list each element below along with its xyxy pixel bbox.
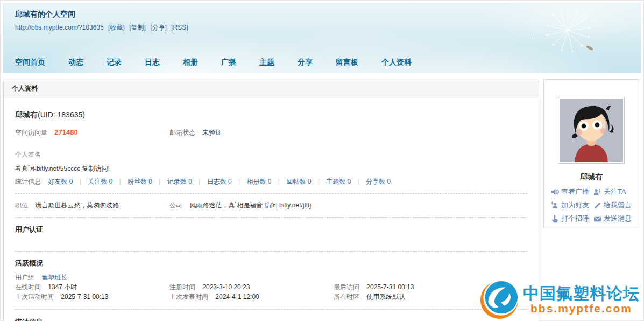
view-broadcast-link[interactable]: 查看广播 xyxy=(551,187,589,197)
visits-row: 空间访问量 271480 邮箱状态 未验证 xyxy=(15,128,527,137)
activity-section-title: 活跃概况 xyxy=(15,259,527,268)
divider xyxy=(15,251,527,252)
usergroup-label: 用户组 xyxy=(15,274,34,281)
say-hi-link[interactable]: 打个招呼 xyxy=(551,214,589,224)
view-broadcast-label: 查看广播 xyxy=(561,187,589,197)
register-time-cell: 注册时间 2023-3-10 20:23 xyxy=(169,282,334,292)
activity-row-2: 上次活动时间 2025-7-31 00:13 上次发表时间 2024-4-1 1… xyxy=(15,292,527,302)
job-label: 职位 xyxy=(15,201,28,209)
copy-link[interactable]: [复制] xyxy=(129,24,146,31)
nav-records[interactable]: 记录 xyxy=(107,58,122,67)
divider: | xyxy=(238,178,240,185)
nav-broadcast[interactable]: 广播 xyxy=(221,58,236,67)
stat-link-threads[interactable]: 主题数 0 xyxy=(326,178,351,185)
panel-body: 邱城有(UID: 183635) 空间访问量 271480 邮箱状态 未验证 个… xyxy=(4,96,539,321)
divider xyxy=(15,309,527,310)
dandelion-illustration xyxy=(522,6,613,71)
job-company-row: 职位 谎言欺世暮云愁，莫匆匆歧路 公司 风雨路迷茫，真`相是福音 访问 bitl… xyxy=(15,201,527,210)
company-value: 风雨路迷茫，真`相是福音 访问 bitly.net/jtttj xyxy=(189,201,311,209)
divider: | xyxy=(199,178,200,185)
add-friend-label: 加为好友 xyxy=(561,200,589,210)
nav-space-home[interactable]: 空间首页 xyxy=(15,58,45,67)
stat-link-shares[interactable]: 分享数 0 xyxy=(366,178,391,185)
visits-value: 271480 xyxy=(54,128,77,136)
stat-link-albums[interactable]: 相册数 0 xyxy=(246,178,271,185)
last-post-label: 上次发表时间 xyxy=(169,293,208,301)
nav-message-board[interactable]: 留言板 xyxy=(336,58,358,67)
divider: | xyxy=(358,178,359,185)
bookmark-link[interactable]: [收藏] xyxy=(108,24,125,31)
auth-empty xyxy=(15,234,527,244)
site-domain: bbs.myptfe.com xyxy=(530,302,632,315)
auth-section-title: 用户认证 xyxy=(15,225,527,234)
nav-shares[interactable]: 分享 xyxy=(298,58,313,67)
avatar-image xyxy=(560,99,623,162)
register-time-label: 注册时间 xyxy=(169,283,195,291)
stat-link-friends[interactable]: 好友数 0 xyxy=(48,178,73,185)
speaker-icon xyxy=(551,188,559,196)
email-status-label: 邮箱状态 xyxy=(169,129,195,136)
online-time-label: 在线时间 xyxy=(15,283,41,291)
last-visit-label: 最后访问 xyxy=(334,283,359,291)
sky-banner: 邱城有的个人空间 http://bbs.myptfe.com/?183635 [… xyxy=(3,3,641,73)
timezone-label: 所在时区 xyxy=(334,293,359,301)
send-message-label: 发送消息 xyxy=(604,214,632,224)
add-friend-icon xyxy=(551,201,559,210)
user-name-row: 邱城有(UID: 183635) xyxy=(15,110,527,120)
signature-text: 看真`相bitly.net/55cccc 复制访问! xyxy=(15,164,527,173)
last-post-cell: 上次发表时间 2024-4-1 12:00 xyxy=(169,292,334,302)
wave-hand-icon xyxy=(551,215,559,223)
space-nav: 空间首页 动态 记录 日志 相册 广播 主题 分享 留言板 个人资料 xyxy=(15,58,412,67)
leave-message-label: 给我留言 xyxy=(604,200,632,210)
inline-stats-row: 统计信息 好友数 0 | 关注数 0 | 粉丝数 0 | 记录数 0 | 日志数… xyxy=(15,177,527,186)
rss-link[interactable]: [RSS] xyxy=(171,24,188,31)
job-value: 谎言欺世暮云愁，莫匆匆歧路 xyxy=(35,201,119,209)
panel-title: 个人资料 xyxy=(4,81,539,96)
avatar[interactable] xyxy=(558,97,625,164)
usergroup-cell: 用户组 氟塑班长 xyxy=(15,273,169,282)
divider xyxy=(15,217,527,218)
activity-rows: 用户组 氟塑班长 在线时间 1347 小时 注册时间 2023-3-10 20:… xyxy=(15,273,527,302)
follow-ta-link[interactable]: 关注TA xyxy=(593,187,632,197)
last-active-cell: 上次活动时间 2025-7-31 00:13 xyxy=(15,292,169,302)
stat-link-records[interactable]: 记录数 0 xyxy=(167,178,192,185)
divider xyxy=(15,193,527,194)
company-cell: 公司 风雨路迷茫，真`相是福音 访问 bitly.net/jtttj xyxy=(169,201,527,210)
space-url: http://bbs.myptfe.com/?183635 xyxy=(15,24,104,31)
site-logo-text: 中国氟塑料论坛 bbs.myptfe.com xyxy=(523,285,640,315)
send-message-link[interactable]: 发送消息 xyxy=(593,214,632,224)
nav-profile[interactable]: 个人资料 xyxy=(381,58,412,67)
usergroup-link[interactable]: 氟塑班长 xyxy=(41,274,67,281)
follow-ta-label: 关注TA xyxy=(604,187,626,197)
totals-section-title: 统计信息 xyxy=(15,317,527,321)
stat-link-blogs[interactable]: 日志数 0 xyxy=(207,178,232,185)
timezone-value: 使用系统默认 xyxy=(366,293,405,301)
nav-threads[interactable]: 主题 xyxy=(259,58,274,67)
job-cell: 职位 谎言欺世暮云愁，莫匆匆歧路 xyxy=(15,201,169,210)
stat-link-following[interactable]: 关注数 0 xyxy=(88,178,112,185)
nav-activity[interactable]: 动态 xyxy=(68,58,83,67)
share-link[interactable]: [分享] xyxy=(150,24,167,31)
last-visit-value: 2025-7-31 00:13 xyxy=(366,283,414,291)
visits-label: 空间访问量 xyxy=(15,129,47,136)
company-label: 公司 xyxy=(169,201,182,209)
nav-album[interactable]: 相册 xyxy=(183,58,198,67)
email-status-value: 未验证 xyxy=(202,129,222,136)
stat-link-replies[interactable]: 回帖数 0 xyxy=(286,178,311,185)
divider: | xyxy=(159,178,160,185)
site-name: 中国氟塑料论坛 xyxy=(523,285,640,302)
say-hi-label: 打个招呼 xyxy=(561,214,589,224)
space-url-line: http://bbs.myptfe.com/?183635 [收藏] [复制] … xyxy=(15,23,188,32)
leave-message-link[interactable]: 给我留言 xyxy=(593,200,632,210)
divider: | xyxy=(278,178,280,185)
email-status-cell: 邮箱状态 未验证 xyxy=(169,128,527,137)
stat-link-fans[interactable]: 粉丝数 0 xyxy=(128,178,152,185)
pencil-icon xyxy=(593,201,601,210)
activity-row-1: 在线时间 1347 小时 注册时间 2023-3-10 20:23 最后访问 2… xyxy=(15,282,527,292)
site-logo: 中国氟塑料论坛 bbs.myptfe.com xyxy=(480,281,640,319)
inline-stats-label: 统计信息 xyxy=(15,178,41,185)
nav-blog[interactable]: 日志 xyxy=(145,58,160,67)
user-card: 邱城有 查看广播 关注TA xyxy=(543,79,639,228)
activity-row-group: 用户组 氟塑班长 xyxy=(15,273,527,282)
add-friend-link[interactable]: 加为好友 xyxy=(551,200,589,210)
